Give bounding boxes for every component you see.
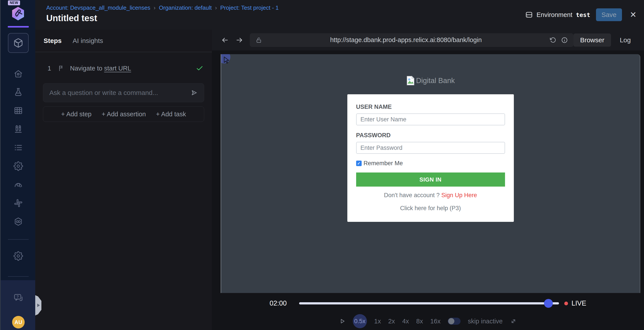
timeline-track-bar[interactable] bbox=[299, 302, 559, 304]
link-hexagon-icon bbox=[14, 217, 23, 226]
environment-label: Environment bbox=[536, 11, 572, 18]
playback-controls: 0.5x 1x 2x 4x 8x 16x skip inactive bbox=[212, 314, 644, 329]
slack-icon bbox=[14, 198, 23, 208]
skip-inactive-toggle[interactable] bbox=[448, 318, 460, 325]
refresh-icon[interactable] bbox=[550, 37, 556, 44]
username-label: USER NAME bbox=[356, 104, 505, 110]
flask-icon bbox=[14, 87, 23, 97]
speed-2x[interactable]: 2x bbox=[388, 318, 395, 325]
step-row[interactable]: 1 Navigate to start URL bbox=[48, 62, 204, 75]
view-tabs: Browser Log bbox=[574, 34, 638, 47]
svg-text:?: ? bbox=[16, 295, 19, 299]
sidebar-item-session-insights[interactable] bbox=[8, 178, 29, 192]
settings-gear-icon bbox=[14, 251, 23, 261]
speed-8x[interactable]: 8x bbox=[416, 318, 423, 325]
sidebar-divider bbox=[8, 276, 29, 277]
timeline-thumb[interactable] bbox=[544, 299, 553, 308]
live-dot bbox=[564, 302, 568, 305]
check-icon bbox=[196, 64, 204, 72]
test-title[interactable]: Untitled test bbox=[46, 13, 97, 23]
playback-timeline: 02:00 LIVE bbox=[212, 293, 644, 314]
info-icon[interactable] bbox=[561, 37, 568, 44]
mouse-cursor-icon bbox=[222, 56, 232, 65]
add-assertion-button[interactable]: + Add assertion bbox=[102, 110, 146, 118]
sidebar-bottom-section: ? AU bbox=[1, 280, 35, 330]
close-icon[interactable]: ✕ bbox=[630, 10, 636, 20]
toggle-knob bbox=[448, 318, 454, 324]
home-icon bbox=[14, 69, 23, 78]
step-text: Navigate to start URL bbox=[70, 65, 131, 72]
url-bar[interactable]: http://stage.dbank.prod-apps.relicx.ai:8… bbox=[250, 33, 573, 47]
add-step-button[interactable]: + Add step bbox=[61, 110, 92, 118]
speed-0-5x[interactable]: 0.5x bbox=[353, 314, 367, 328]
timeline-track[interactable] bbox=[299, 299, 559, 308]
speed-16x[interactable]: 16x bbox=[430, 318, 440, 325]
breadcrumb-project[interactable]: Project: Test project - 1 bbox=[220, 4, 278, 11]
username-input[interactable]: Enter User Name bbox=[356, 114, 505, 125]
breadcrumb-organization[interactable]: Organization: default bbox=[159, 4, 212, 11]
speed-1x[interactable]: 1x bbox=[374, 318, 381, 325]
tab-ai-insights[interactable]: AI insights bbox=[73, 37, 103, 44]
sidebar-item-runs-list[interactable] bbox=[8, 140, 29, 155]
step-actions-bar: + Add step + Add assertion + Add task bbox=[43, 106, 204, 122]
logo-underline bbox=[8, 26, 29, 28]
sign-in-button[interactable]: SIGN IN bbox=[356, 172, 505, 186]
password-input[interactable]: Enter Password bbox=[356, 142, 505, 154]
browser-toolbar: http://stage.dbank.prod-apps.relicx.ai:8… bbox=[212, 30, 644, 50]
tab-log[interactable]: Log bbox=[613, 34, 638, 47]
browser-panel: http://stage.dbank.prod-apps.relicx.ai:8… bbox=[212, 30, 644, 330]
play-icon[interactable] bbox=[339, 318, 346, 324]
step-index: 1 bbox=[48, 65, 52, 72]
fullscreen-icon[interactable] bbox=[510, 318, 517, 325]
help-chat-icon: ? bbox=[13, 293, 23, 303]
help-link[interactable]: Click here for help (P3) bbox=[356, 205, 505, 212]
hard-drive-icon bbox=[525, 11, 533, 19]
sidebar-item-test-runs[interactable] bbox=[8, 122, 29, 136]
avatar[interactable]: AU bbox=[12, 316, 25, 328]
back-arrow-icon[interactable] bbox=[221, 36, 229, 44]
browser-viewport: Digital Bank USER NAME Enter User Name P… bbox=[221, 54, 640, 293]
sidebar-item-product-active[interactable] bbox=[8, 33, 29, 53]
url-text[interactable]: http://stage.dbank.prod-apps.relicx.ai:8… bbox=[262, 36, 550, 44]
sidebar-item-suites[interactable] bbox=[8, 104, 29, 118]
signup-link[interactable]: Sign Up Here bbox=[441, 192, 477, 198]
breadcrumb-separator: › bbox=[215, 4, 217, 11]
remember-me-checkbox[interactable] bbox=[356, 160, 362, 166]
send-icon[interactable] bbox=[190, 89, 198, 96]
speed-4x[interactable]: 4x bbox=[402, 318, 409, 325]
login-card: USER NAME Enter User Name PASSWORD Enter… bbox=[347, 94, 514, 222]
elapsed-time: 02:00 bbox=[270, 300, 287, 307]
step-target-link[interactable]: start URL bbox=[104, 65, 131, 72]
signup-row: Don't have account ? Sign Up Here bbox=[356, 192, 505, 199]
sidebar-item-config[interactable] bbox=[8, 159, 29, 173]
sidebar-item-slack[interactable] bbox=[8, 196, 29, 210]
sidebar-item-home[interactable] bbox=[8, 66, 29, 81]
command-input[interactable]: Ask a question or write a command... bbox=[43, 83, 204, 102]
login-page: Digital Bank USER NAME Enter User Name P… bbox=[347, 54, 514, 222]
forward-arrow-icon[interactable] bbox=[236, 36, 243, 44]
sidebar-item-settings[interactable] bbox=[8, 249, 29, 263]
add-task-button[interactable]: + Add task bbox=[156, 110, 186, 118]
environment-value: test bbox=[576, 12, 590, 18]
skip-inactive-label: skip inactive bbox=[468, 318, 502, 325]
step-action: Navigate to bbox=[70, 65, 102, 72]
new-badge: NEW bbox=[8, 0, 20, 5]
tab-browser[interactable]: Browser bbox=[574, 34, 611, 47]
sidebar: NEW bbox=[0, 0, 35, 330]
live-label[interactable]: LIVE bbox=[572, 300, 586, 307]
header: Account: Devspace_all_module_licenses › … bbox=[35, 0, 644, 30]
sidebar-item-help[interactable]: ? bbox=[8, 291, 29, 305]
list-icon bbox=[14, 143, 23, 152]
sidebar-item-tests[interactable] bbox=[8, 85, 29, 99]
flag-icon bbox=[58, 65, 64, 72]
tab-steps[interactable]: Steps bbox=[44, 37, 62, 44]
breadcrumb-account[interactable]: Account: Devspace_all_module_licenses bbox=[46, 4, 150, 11]
environment-selector[interactable]: Environment test bbox=[525, 11, 590, 19]
steps-panel: Steps AI insights 1 Navigate to start UR… bbox=[35, 30, 212, 330]
signup-prompt: Don't have account ? bbox=[384, 192, 440, 198]
sidebar-item-integrations[interactable] bbox=[8, 214, 29, 229]
save-button[interactable]: Save bbox=[596, 8, 622, 21]
remember-me-row: Remember Me bbox=[356, 160, 505, 167]
app-logo[interactable] bbox=[11, 6, 25, 22]
breadcrumb-separator: › bbox=[154, 4, 156, 11]
